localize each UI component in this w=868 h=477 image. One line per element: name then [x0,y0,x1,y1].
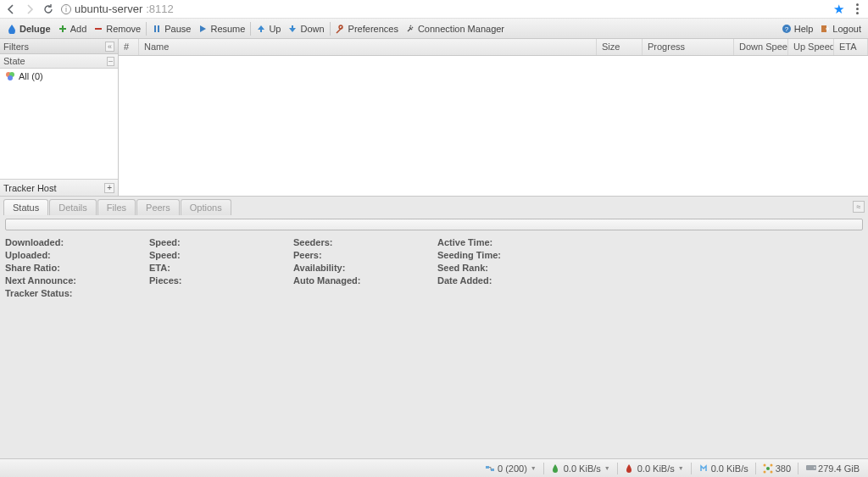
label-speed-ul: Speed: [149,250,181,260]
label-downloaded: Downloaded: [5,237,64,247]
svg-point-14 [763,470,765,473]
svg-point-12 [763,463,765,466]
sidebar-item-all[interactable]: All (0) [0,69,118,84]
details-panel: Status Details Files Peers Options ≈ Dow… [0,196,868,458]
toolbar-separator [330,22,331,36]
col-progress[interactable]: Progress [643,39,734,55]
svg-point-17 [814,467,815,469]
label-date-added: Date Added: [437,275,492,286]
svg-rect-9 [486,466,489,469]
add-button[interactable]: Add [54,24,91,34]
state-header[interactable]: State – [0,54,118,69]
forward-button[interactable] [24,3,36,15]
svg-rect-10 [491,469,494,471]
label-peers: Peers: [293,250,322,260]
play-icon [198,24,208,34]
label-active-time: Active Time: [437,237,492,247]
connection-manager-button[interactable]: Connection Manager [402,24,508,34]
reload-button[interactable] [42,3,54,15]
arrow-up-icon [256,24,266,34]
filters-header[interactable]: Filters « [0,39,118,54]
back-button[interactable] [5,3,17,15]
address-bar[interactable]: i ubuntu-server:8112 [61,3,826,15]
status-connections[interactable]: 0 (200)▼ [481,463,540,474]
app-logo[interactable]: Deluge [3,24,54,34]
label-share-ratio: Share Ratio: [5,263,60,273]
toolbar-separator [146,22,147,36]
logout-button[interactable]: Logout [816,24,865,34]
minus-icon [93,24,103,34]
chevron-down-icon: ▼ [531,465,537,471]
deluge-icon [7,24,17,34]
sidebar: Filters « State – All (0) Tracker Host + [0,39,119,196]
svg-point-13 [770,463,772,466]
status-dht-nodes[interactable]: 380 [760,463,794,474]
resume-button[interactable]: Resume [194,24,248,34]
up-button[interactable]: Up [253,24,284,34]
disk-icon [805,463,815,474]
col-eta[interactable]: ETA [834,39,868,55]
wrench-icon [336,24,346,34]
help-button[interactable]: ? Help [778,24,817,34]
label-seed-rank: Seed Rank: [437,263,488,273]
status-upload-speed[interactable]: 0.0 KiB/s▼ [621,463,687,474]
torrent-grid: # Name Size Progress Down Speed Up Speed… [119,39,868,196]
svg-point-8 [8,75,13,80]
tab-status[interactable]: Status [3,199,48,215]
state-list: All (0) [0,69,118,179]
label-auto-managed: Auto Managed: [293,275,360,286]
plus-icon [58,24,68,34]
chevron-down-icon: ▼ [678,465,684,471]
upload-drop-icon [625,463,635,474]
logout-icon [820,24,830,34]
tab-files[interactable]: Files [97,199,136,215]
svg-point-15 [770,470,772,473]
tab-options[interactable]: Options [181,199,231,215]
status-download-speed[interactable]: 0.0 KiB/s▼ [548,463,614,474]
traffic-icon [698,463,709,474]
status-protocol-traffic[interactable]: 0.0 KiB/s [695,463,752,474]
label-seeding-time: Seeding Time: [437,250,501,260]
pause-button[interactable]: Pause [148,24,194,34]
status-bar: 0 (200)▼ 0.0 KiB/s▼ 0.0 KiB/s▼ 0.0 KiB/s… [0,458,868,477]
details-tabs: Status Details Files Peers Options ≈ [0,197,868,215]
svg-rect-2 [158,25,159,32]
torrent-progress-bar [5,219,863,230]
col-name[interactable]: Name [139,39,597,55]
help-icon: ? [782,24,792,34]
pause-icon [152,24,162,34]
collapse-sidebar-icon[interactable]: « [105,42,114,52]
tab-peers[interactable]: Peers [136,199,180,215]
svg-point-11 [766,467,770,470]
bookmark-star-icon[interactable]: ★ [833,2,844,17]
collapse-state-icon[interactable]: – [107,57,114,66]
tracker-host-header[interactable]: Tracker Host + [0,179,118,196]
grid-body[interactable] [119,56,868,196]
arrow-down-icon [287,24,298,34]
expand-tracker-icon[interactable]: + [104,183,114,193]
preferences-button[interactable]: Preferences [332,24,402,34]
status-free-space[interactable]: 279.4 GiB [802,463,863,474]
col-up-speed[interactable]: Up Speed [788,39,834,55]
label-uploaded: Uploaded: [5,250,51,260]
col-down-speed[interactable]: Down Speed [734,39,788,55]
browser-menu-button[interactable] [851,3,863,14]
col-size[interactable]: Size [597,39,643,55]
label-seeders: Seeders: [293,237,332,247]
main-area: Filters « State – All (0) Tracker Host +… [0,39,868,196]
app-name: Deluge [19,24,51,34]
dht-icon [763,463,773,474]
down-button[interactable]: Down [284,24,327,34]
chevron-down-icon: ▼ [604,465,610,471]
status-stats: Downloaded: Uploaded: Share Ratio: Next … [0,234,868,302]
panel-collapse-icon[interactable]: ≈ [853,201,865,213]
remove-button[interactable]: Remove [90,24,144,34]
grid-header: # Name Size Progress Down Speed Up Speed… [119,39,868,56]
site-info-icon[interactable]: i [61,4,71,14]
label-eta: ETA: [149,263,170,273]
plug-icon [405,24,415,34]
tab-details[interactable]: Details [49,199,97,215]
col-number[interactable]: # [119,39,139,55]
label-availability: Availability: [293,263,345,273]
all-icon [5,71,15,81]
